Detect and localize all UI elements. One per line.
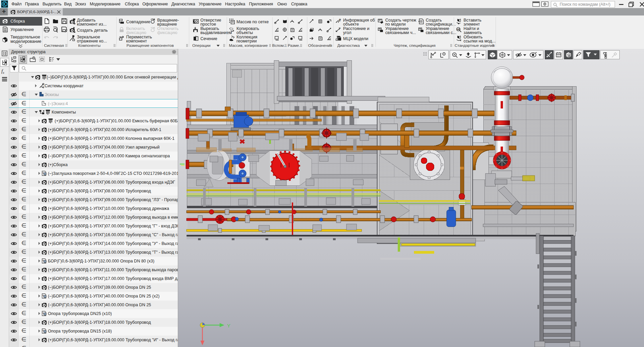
svg-text:1:2: 1:2 (14, 60, 16, 62)
svg-text:Y: Y (227, 323, 230, 328)
svg-text:1:1: 1:1 (14, 57, 16, 59)
